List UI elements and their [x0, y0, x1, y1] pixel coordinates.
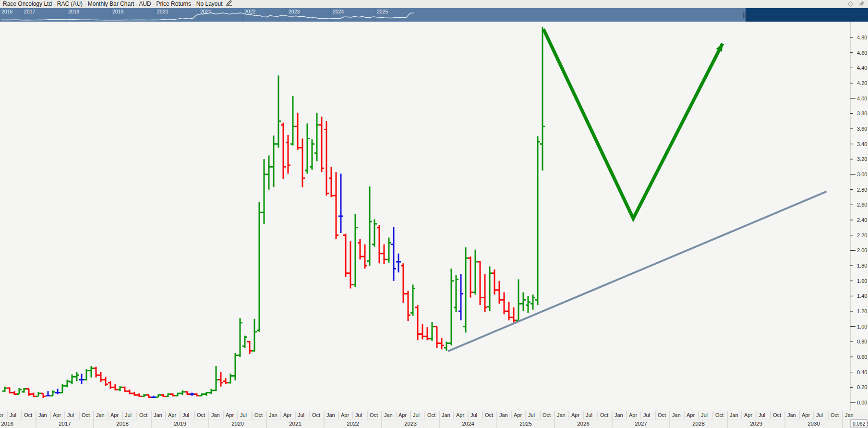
ohlc-bar[interactable]	[223, 378, 228, 384]
ohlc-bar[interactable]	[190, 392, 194, 395]
ohlc-bar[interactable]	[257, 202, 262, 332]
ohlc-bar[interactable]	[271, 135, 276, 187]
ohlc-bar[interactable]	[338, 173, 343, 233]
ohlc-bar[interactable]	[161, 394, 166, 397]
ohlc-bar[interactable]	[396, 254, 401, 273]
ohlc-bar[interactable]	[170, 393, 175, 396]
pencil-icon[interactable]	[225, 0, 233, 8]
ohlc-bar[interactable]	[175, 392, 180, 396]
ohlc-bar[interactable]	[540, 27, 545, 171]
ohlc-bar[interactable]	[22, 388, 26, 393]
ohlc-bar[interactable]	[367, 186, 372, 266]
ohlc-bar[interactable]	[353, 214, 358, 287]
ohlc-bar[interactable]	[151, 396, 156, 398]
ohlc-bar[interactable]	[468, 257, 473, 298]
ohlc-bar[interactable]	[194, 393, 199, 396]
ohlc-bar[interactable]	[79, 374, 84, 384]
ohlc-bar[interactable]	[473, 250, 478, 294]
ohlc-bar[interactable]	[444, 342, 449, 351]
ohlc-bar[interactable]	[362, 245, 367, 269]
ohlc-bar[interactable]	[60, 384, 65, 393]
ohlc-bar[interactable]	[199, 393, 204, 396]
ohlc-bar[interactable]	[526, 296, 530, 313]
ohlc-bar[interactable]	[55, 389, 60, 394]
ohlc-bar[interactable]	[516, 280, 521, 322]
ohlc-bar[interactable]	[434, 327, 439, 348]
ohlc-bar[interactable]	[146, 395, 151, 398]
ohlc-bar[interactable]	[386, 237, 391, 262]
ohlc-bar[interactable]	[2, 387, 7, 392]
projection-arrow[interactable]	[543, 29, 723, 219]
ohlc-bar[interactable]	[252, 319, 257, 352]
ohlc-bar[interactable]	[449, 269, 454, 345]
ohlc-bar[interactable]	[454, 275, 458, 312]
ohlc-bar[interactable]	[74, 372, 79, 381]
ohlc-bar[interactable]	[497, 281, 502, 304]
ohlc-bar[interactable]	[214, 366, 218, 391]
ohlc-bar[interactable]	[70, 374, 74, 384]
ohlc-bar[interactable]	[343, 234, 348, 277]
ohlc-bar[interactable]	[17, 388, 22, 394]
ohlc-bar[interactable]	[535, 136, 540, 306]
ohlc-bar[interactable]	[314, 113, 319, 161]
ohlc-bar[interactable]	[36, 392, 41, 397]
ohlc-bar[interactable]	[487, 267, 492, 311]
ohlc-bar[interactable]	[300, 139, 305, 187]
ohlc-bar[interactable]	[425, 327, 430, 340]
ohlc-bar[interactable]	[12, 391, 17, 395]
ohlc-bar[interactable]	[50, 391, 55, 396]
ohlc-bar[interactable]	[324, 121, 329, 196]
ohlc-bar[interactable]	[46, 391, 50, 396]
ohlc-bar[interactable]	[286, 135, 290, 174]
ohlc-bar[interactable]	[262, 159, 266, 224]
ohlc-bar[interactable]	[310, 139, 314, 170]
ohlc-bar[interactable]	[348, 241, 353, 288]
ohlc-bar[interactable]	[401, 263, 406, 303]
ohlc-bar[interactable]	[478, 261, 482, 306]
ohlc-bar[interactable]	[113, 384, 118, 391]
ohlc-bar[interactable]	[439, 338, 444, 349]
ohlc-bar[interactable]	[84, 369, 89, 380]
ohlc-bar[interactable]	[137, 393, 142, 397]
time-axis[interactable]: AprJulOctJanAprJulOctJanAprJulOctJanAprJ…	[0, 411, 868, 428]
ohlc-bar[interactable]	[122, 387, 127, 392]
price-chart-canvas[interactable]: 0.000.200.400.600.801.001.201.401.601.80…	[0, 22, 868, 411]
ohlc-bar[interactable]	[463, 247, 468, 332]
navigator-selected-range[interactable]	[0, 8, 746, 22]
ohlc-bar[interactable]	[372, 219, 377, 246]
ohlc-bar[interactable]	[127, 390, 132, 394]
ohlc-bar[interactable]	[204, 392, 209, 396]
ohlc-bar[interactable]	[458, 274, 463, 320]
ohlc-bar[interactable]	[415, 305, 420, 340]
ohlc-bar[interactable]	[511, 307, 516, 323]
ohlc-bar[interactable]	[132, 392, 137, 396]
ohlc-bar[interactable]	[89, 366, 94, 378]
ohlc-bar[interactable]	[406, 291, 410, 321]
ohlc-bar[interactable]	[295, 113, 300, 150]
ohlc-bar[interactable]	[31, 392, 36, 397]
ohlc-bar[interactable]	[98, 372, 103, 382]
ohlc-bar[interactable]	[218, 372, 223, 387]
ohlc-bar[interactable]	[156, 394, 161, 397]
ohlc-bar[interactable]	[521, 292, 526, 311]
ohlc-bar[interactable]	[26, 389, 31, 396]
ohlc-bar[interactable]	[281, 122, 286, 179]
ohlc-bar[interactable]	[209, 389, 214, 394]
ohlc-bar[interactable]	[305, 123, 310, 174]
ohlc-bar[interactable]	[420, 324, 425, 340]
ohlc-bar[interactable]	[247, 341, 252, 354]
ohlc-bar[interactable]	[290, 96, 295, 146]
ohlc-bar[interactable]	[228, 374, 233, 384]
ohlc-bar[interactable]	[108, 381, 113, 389]
ohlc-bar[interactable]	[233, 353, 238, 380]
ohlc-bar[interactable]	[502, 292, 506, 314]
ohlc-bar[interactable]	[329, 167, 334, 197]
ohlc-bar[interactable]	[482, 274, 487, 312]
ohlc-bar[interactable]	[94, 367, 98, 378]
ohlc-bar[interactable]	[266, 155, 271, 189]
ohlc-bar[interactable]	[180, 391, 185, 395]
timeline-navigator[interactable]: 2016201720182019202020212022202320242025	[0, 8, 868, 22]
ohlc-bar[interactable]	[391, 227, 396, 281]
ohlc-bar[interactable]	[103, 377, 108, 386]
ohlc-bar[interactable]	[276, 75, 281, 147]
